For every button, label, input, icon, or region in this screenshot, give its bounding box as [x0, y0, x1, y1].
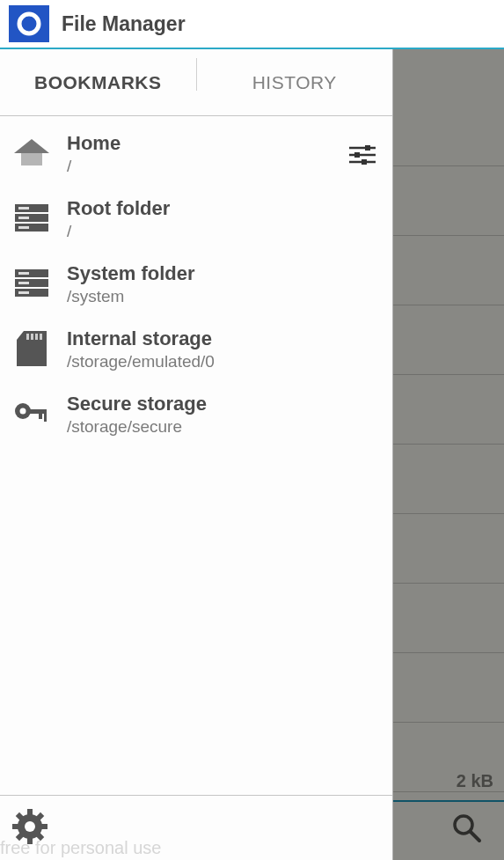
- bookmark-item-system[interactable]: System folder /system: [0, 252, 392, 317]
- svg-rect-22: [18, 291, 29, 294]
- app-title: File Manager: [62, 12, 186, 36]
- bookmark-title: Root folder: [67, 197, 380, 220]
- settings-icon[interactable]: [11, 807, 49, 849]
- bookmark-item-root[interactable]: Root folder /: [0, 187, 392, 252]
- drive-icon: [12, 264, 51, 303]
- svg-rect-20: [18, 272, 29, 275]
- bookmark-title: Home: [67, 132, 345, 155]
- search-icon[interactable]: [449, 811, 485, 849]
- bookmarks-list: Home /: [0, 116, 392, 795]
- bookmark-path: /: [67, 222, 380, 241]
- svg-rect-16: [18, 226, 29, 229]
- svg-marker-3: [14, 139, 49, 153]
- bookmark-path: /storage/secure: [67, 417, 380, 437]
- bookmark-title: System folder: [67, 262, 380, 285]
- svg-rect-29: [29, 409, 47, 414]
- bottom-divider: [393, 800, 504, 802]
- svg-line-2: [471, 832, 479, 841]
- bookmark-path: /system: [67, 287, 380, 306]
- file-size-label: 2 kB: [457, 771, 493, 791]
- svg-point-0: [19, 14, 39, 33]
- bookmark-title: Secure storage: [67, 393, 380, 415]
- bookmark-title: Internal storage: [67, 327, 380, 350]
- app-logo-icon: [9, 5, 49, 42]
- sd-card-icon: [12, 329, 51, 368]
- svg-rect-23: [26, 334, 29, 340]
- svg-rect-26: [40, 334, 42, 340]
- svg-rect-15: [18, 217, 29, 219]
- app-bar: File Manager: [0, 0, 504, 49]
- svg-rect-6: [365, 145, 370, 151]
- svg-rect-31: [44, 414, 47, 422]
- svg-rect-30: [39, 414, 42, 419]
- navigation-drawer: BOOKMARKS HISTORY Home /: [0, 49, 393, 860]
- svg-rect-25: [35, 334, 38, 340]
- tabs: BOOKMARKS HISTORY: [0, 49, 392, 116]
- svg-rect-4: [21, 153, 42, 165]
- svg-rect-14: [18, 207, 29, 209]
- tab-history[interactable]: HISTORY: [197, 49, 393, 115]
- svg-point-28: [20, 408, 26, 415]
- drawer-footer: free for personal use: [0, 795, 392, 860]
- svg-rect-24: [31, 334, 33, 340]
- bookmark-item-home[interactable]: Home /: [0, 121, 392, 187]
- key-icon: [12, 394, 51, 433]
- bookmark-path: /: [67, 157, 345, 176]
- bookmark-item-secure[interactable]: Secure storage /storage/secure: [0, 382, 392, 447]
- drive-icon: [12, 199, 51, 238]
- bookmark-item-internal[interactable]: Internal storage /storage/emulated/0: [0, 317, 392, 382]
- svg-point-42: [25, 821, 35, 832]
- svg-rect-21: [18, 282, 29, 284]
- sliders-icon[interactable]: [345, 137, 380, 173]
- svg-rect-8: [354, 152, 360, 158]
- tab-bookmarks[interactable]: BOOKMARKS: [0, 49, 196, 115]
- svg-rect-10: [362, 159, 367, 165]
- bookmark-path: /storage/emulated/0: [67, 352, 380, 371]
- home-icon: [12, 134, 51, 173]
